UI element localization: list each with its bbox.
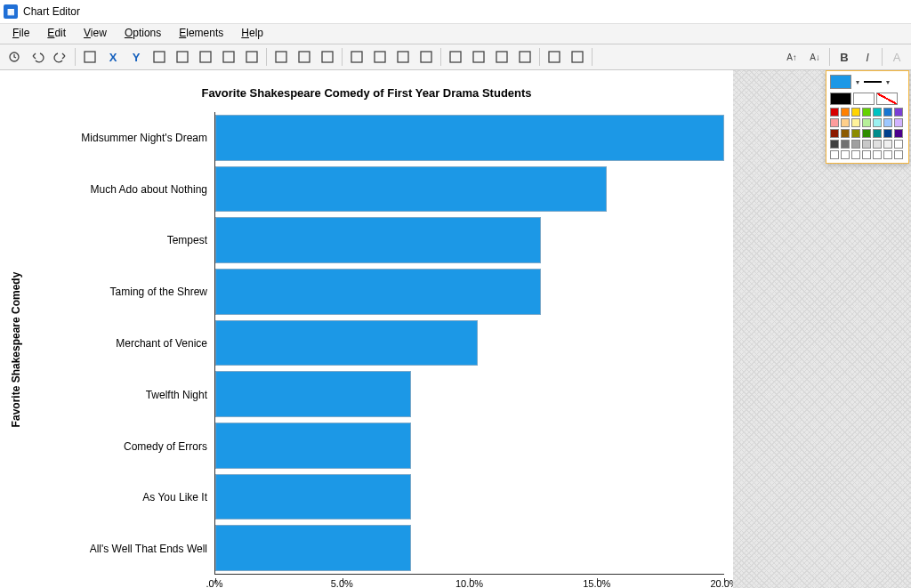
color-swatch[interactable] <box>830 108 839 117</box>
color-swatch[interactable] <box>894 118 903 127</box>
category-label[interactable]: Taming of the Shrew <box>32 266 214 318</box>
axis-left-icon[interactable] <box>270 46 292 68</box>
bar[interactable] <box>215 423 411 469</box>
explode-icon[interactable] <box>218 46 239 68</box>
font-grow-icon[interactable]: A↑ <box>781 46 802 68</box>
color-swatch[interactable] <box>841 150 850 159</box>
menu-file[interactable]: File <box>4 24 38 44</box>
color-palette-popup[interactable]: ▾ ▾ <box>826 70 909 164</box>
color-swatch[interactable] <box>830 150 839 159</box>
color-swatch[interactable] <box>841 118 850 127</box>
color-swatch[interactable] <box>830 118 839 127</box>
color-swatch[interactable] <box>851 150 860 159</box>
frame1-icon[interactable] <box>346 46 367 68</box>
color-swatch[interactable] <box>862 108 871 117</box>
color-swatch[interactable] <box>894 129 903 138</box>
category-label[interactable]: All's Well That Ends Well <box>32 523 214 575</box>
color-swatch[interactable] <box>851 140 860 149</box>
color-swatch[interactable] <box>851 129 860 138</box>
frame3-icon[interactable] <box>392 46 414 68</box>
undo-icon[interactable] <box>27 46 48 68</box>
color-swatch[interactable] <box>894 140 903 149</box>
color-swatch[interactable] <box>841 129 850 138</box>
color-swatch[interactable] <box>873 108 882 117</box>
y-axis-icon[interactable]: Y <box>125 46 147 68</box>
redo-icon[interactable] <box>50 46 71 68</box>
frame4-icon[interactable] <box>415 46 437 68</box>
x-tick-label: 15.0% <box>583 578 610 588</box>
color-swatch[interactable] <box>883 150 892 159</box>
color-swatch[interactable] <box>876 93 898 105</box>
bar[interactable] <box>215 320 478 366</box>
bold-icon[interactable]: B <box>834 46 855 68</box>
color-swatch[interactable] <box>873 118 882 127</box>
current-line-style[interactable] <box>864 76 882 88</box>
axis-bottom-icon[interactable] <box>294 46 315 68</box>
font-shrink-icon[interactable]: A↓ <box>804 46 826 68</box>
text-color-icon[interactable]: A <box>886 46 907 68</box>
color-swatch[interactable] <box>841 108 850 117</box>
color-swatch[interactable] <box>883 108 892 117</box>
color-swatch[interactable] <box>830 140 839 149</box>
bar[interactable] <box>215 525 411 571</box>
bar[interactable] <box>215 371 411 417</box>
color-swatch[interactable] <box>894 150 903 159</box>
labels-icon[interactable] <box>544 46 565 68</box>
grid-both-icon[interactable] <box>491 46 512 68</box>
color-swatch[interactable] <box>853 93 875 105</box>
x-axis-icon[interactable]: X <box>102 46 124 68</box>
frame2-icon[interactable] <box>369 46 391 68</box>
grid3d-icon[interactable] <box>195 46 216 68</box>
category-label[interactable]: Twelfth Night <box>32 369 214 421</box>
category-label[interactable]: As You Like It <box>32 471 214 523</box>
color-swatch[interactable] <box>841 140 850 149</box>
color-swatch[interactable] <box>894 108 903 117</box>
grid-dash-icon[interactable] <box>514 46 536 68</box>
axis-both-icon[interactable] <box>317 46 338 68</box>
menu-help[interactable]: Help <box>232 24 272 44</box>
color-swatch[interactable] <box>873 129 882 138</box>
chart-canvas[interactable]: Favorite Shakespeare Comedy of First Yea… <box>0 70 733 588</box>
menu-edit[interactable]: Edit <box>38 24 75 44</box>
y-axis-label[interactable]: Favorite Shakespeare Comedy <box>10 272 22 428</box>
fill-dropdown-icon[interactable]: ▾ <box>854 76 861 88</box>
line-dropdown-icon[interactable]: ▾ <box>884 76 891 88</box>
italic-icon[interactable]: I <box>857 46 878 68</box>
color-swatch[interactable] <box>883 129 892 138</box>
category-label[interactable]: Midsummer Night's Dream <box>32 112 214 164</box>
menu-options[interactable]: Options <box>116 24 170 44</box>
color-swatch[interactable] <box>830 129 839 138</box>
bar[interactable] <box>215 166 607 213</box>
category-label[interactable]: Comedy of Errors <box>32 421 214 472</box>
color-swatch[interactable] <box>862 118 871 127</box>
category-label[interactable]: Tempest <box>32 215 214 267</box>
color-swatch[interactable] <box>883 118 892 127</box>
color-swatch[interactable] <box>883 140 892 149</box>
bar[interactable] <box>215 217 541 263</box>
rotate-icon[interactable] <box>241 46 262 68</box>
grid-v-icon[interactable] <box>445 46 466 68</box>
current-fill-swatch[interactable] <box>830 75 851 89</box>
apply-template-icon[interactable] <box>79 46 101 68</box>
grid-h-icon[interactable] <box>468 46 489 68</box>
legend-icon[interactable] <box>567 46 588 68</box>
undo-history-icon[interactable] <box>4 46 25 68</box>
menu-elements[interactable]: Elements <box>170 24 232 44</box>
bar[interactable] <box>215 474 411 520</box>
sort-icon[interactable] <box>172 46 193 68</box>
category-label[interactable]: Merchant of Venice <box>32 318 214 369</box>
color-swatch[interactable] <box>873 140 882 149</box>
color-swatch[interactable] <box>830 93 851 105</box>
color-swatch[interactable] <box>862 129 871 138</box>
color-swatch[interactable] <box>851 108 860 117</box>
category-label[interactable]: Much Ado about Nothing <box>32 164 214 215</box>
color-swatch[interactable] <box>862 140 871 149</box>
menu-bar: FileEditViewOptionsElementsHelp <box>0 24 911 44</box>
menu-view[interactable]: View <box>75 24 116 44</box>
chart-title[interactable]: Favorite Shakespeare Comedy of First Yea… <box>9 86 724 100</box>
color-swatch[interactable] <box>851 118 860 127</box>
transpose-icon[interactable] <box>149 46 170 68</box>
color-swatch[interactable] <box>873 150 882 159</box>
color-swatch[interactable] <box>862 150 871 159</box>
bar[interactable] <box>215 269 541 315</box>
